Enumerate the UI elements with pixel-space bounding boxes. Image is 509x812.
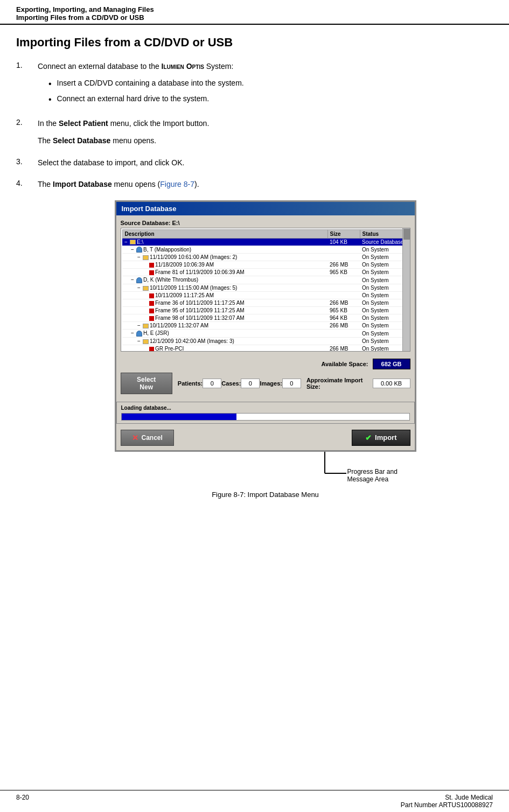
red-box-icon: [149, 301, 154, 306]
tree-row[interactable]: 10/11/2009 11:17:25 AMOn System: [122, 292, 408, 299]
tree-expand-icon[interactable]: −: [137, 338, 143, 344]
tree-cell-desc: Frame 36 of 10/11/2009 11:17:25 AM: [122, 299, 327, 307]
tree-cell-status: On System: [360, 284, 408, 292]
red-box-icon: [149, 263, 154, 268]
step-2-sub: The Select Database menu opens.: [38, 135, 493, 146]
progress-section: Loading database...: [116, 402, 415, 424]
tree-expand-icon[interactable]: −: [137, 285, 143, 291]
select-database-bold: Select Database: [53, 136, 110, 145]
tree-row[interactable]: Frame 36 of 10/11/2009 11:17:25 AM266 MB…: [122, 299, 408, 307]
scrollbar-track[interactable]: [402, 228, 410, 351]
tree-cell-desc: −H, E (JSR): [122, 330, 327, 338]
tree-row[interactable]: −10/11/2009 11:15:00 AM (Images: 5)On Sy…: [122, 284, 408, 292]
step-content-2: In the Select Patient menu, click the Im…: [38, 117, 493, 147]
tree-row[interactable]: −B, T (Malapposition)On System: [122, 246, 408, 254]
tree-cell-size: [327, 246, 360, 254]
tree-row[interactable]: 11/18/2009 10:06:39 AM266 MBOn System: [122, 261, 408, 269]
figure-caption: Figure 8-7: Import Database Menu: [212, 491, 319, 499]
cases-value: 0: [241, 379, 260, 388]
tree-expand-icon[interactable]: −: [131, 247, 136, 253]
tree-cell-desc: Frame 95 of 10/11/2009 11:17:25 AM: [122, 307, 327, 314]
tree-cell-desc: 11/18/2009 10:06:39 AM: [122, 261, 327, 269]
import-button[interactable]: ✔ Import: [352, 430, 410, 446]
folder-icon: [143, 255, 149, 260]
check-icon: ✔: [365, 433, 372, 442]
figure-container: Import Database Source Database: E:\ Des…: [38, 200, 493, 499]
import-database-bold: Import Database: [53, 180, 112, 188]
step-list: 1. Connect an external database to the I…: [16, 60, 493, 191]
import-dialog: Import Database Source Database: E:\ Des…: [115, 200, 416, 452]
footer-right: St. Jude Medical Part Number ARTUS100088…: [401, 794, 493, 809]
tree-row[interactable]: −D, K (White Thrombus)On System: [122, 276, 408, 284]
step-num-4: 4.: [16, 178, 38, 187]
brand-name: Ilumien Optis: [162, 62, 204, 71]
col-status: Status: [360, 229, 408, 238]
tree-row[interactable]: −11/11/2009 10:61:00 AM (Images: 2)On Sy…: [122, 254, 408, 261]
person-icon: [136, 331, 142, 337]
tree-row[interactable]: Frame 95 of 10/11/2009 11:17:25 AM965 KB…: [122, 307, 408, 314]
red-box-icon: [149, 316, 154, 321]
tree-expand-icon[interactable]: −: [137, 323, 143, 328]
tree-expand-icon[interactable]: −: [131, 277, 136, 283]
approx-label: Approximate Import Size:: [306, 377, 373, 390]
tree-expand-icon[interactable]: −: [131, 330, 136, 336]
bullet-item-1: Insert a CD/DVD containing a database in…: [48, 76, 493, 92]
step-num-3: 3.: [16, 157, 38, 166]
tree-cell-status: On System: [360, 299, 408, 307]
approx-value: 0.00 KB: [373, 379, 410, 388]
tree-row[interactable]: Frame 98 of 10/11/2009 11:32:07 AM964 KB…: [122, 314, 408, 322]
tree-cell-status: On System: [360, 276, 408, 284]
x-icon: ✕: [132, 433, 138, 442]
step-content-1: Connect an external database to the Ilum…: [38, 60, 493, 108]
tree-cell-status: On System: [360, 292, 408, 299]
figure-link[interactable]: Figure 8-7: [160, 180, 194, 188]
db-tree-table: Description Size Status −E:\104 KBSource…: [122, 229, 409, 352]
tree-row[interactable]: −12/1/2009 10:42:00 AM (Images: 3)On Sys…: [122, 338, 408, 345]
step-num-1: 1.: [16, 60, 38, 69]
folder-icon: [143, 286, 149, 291]
step-2-text: In the Select Patient menu, click the Im…: [38, 117, 493, 129]
patients-value: 0: [203, 379, 221, 388]
patients-label: Patients:: [178, 380, 203, 387]
tree-row[interactable]: Frame 81 of 11/19/2009 10:06:39 AM965 KB…: [122, 269, 408, 276]
images-value: 0: [282, 379, 301, 388]
tree-cell-size: 965 KB: [327, 269, 360, 276]
red-box-icon: [149, 347, 154, 352]
page-title: Importing Files from a CD/DVD or USB: [16, 36, 493, 50]
tree-row[interactable]: −10/11/2009 11:32:07 AM266 MBOn System: [122, 322, 408, 330]
footer-page-num: 8-20: [16, 794, 29, 809]
tree-cell-size: [327, 284, 360, 292]
tree-expand-icon[interactable]: −: [124, 239, 130, 245]
breadcrumb-line2: Importing Files from a CD/DVD or USB: [16, 13, 493, 22]
select-patient-bold: Select Patient: [59, 119, 108, 128]
step-4-text: The Import Database menu opens (Figure 8…: [38, 178, 493, 190]
select-new-button[interactable]: Select New: [121, 373, 172, 394]
callout-area: Progress Bar and Message Area: [115, 452, 416, 484]
progress-bar-inner: [122, 414, 237, 420]
tree-cell-desc: −E:\: [122, 238, 327, 246]
footer-part-num: Part Number ARTUS100088927: [401, 801, 493, 809]
select-new-row: Select New Patients: 0 Cases: 0 Images: …: [121, 373, 410, 394]
progress-bar-outer: [121, 413, 410, 421]
db-tree-area[interactable]: Description Size Status −E:\104 KBSource…: [121, 228, 410, 352]
tree-cell-size: 266 MB: [327, 322, 360, 330]
tree-cell-status: On System: [360, 330, 408, 338]
tree-cell-desc: GR Pre-PCI: [122, 345, 327, 352]
tree-cell-size: [327, 330, 360, 338]
tree-row[interactable]: −H, E (JSR)On System: [122, 330, 408, 338]
folder-icon: [143, 324, 149, 328]
scrollbar-thumb[interactable]: [403, 229, 410, 240]
tree-cell-desc: −B, T (Malapposition): [122, 246, 327, 254]
tree-expand-icon[interactable]: −: [137, 254, 143, 260]
red-box-icon: [149, 293, 154, 298]
cancel-label: Cancel: [142, 434, 163, 442]
tree-row[interactable]: GR Pre-PCI266 MBOn System: [122, 345, 408, 352]
avail-space-row: Available Space: 682 GB: [121, 359, 410, 369]
cancel-button[interactable]: ✕ Cancel: [121, 430, 174, 446]
person-icon: [136, 247, 142, 253]
import-label: Import: [375, 433, 396, 442]
tree-row[interactable]: −E:\104 KBSource Database: [122, 238, 408, 246]
tree-cell-size: 965 KB: [327, 307, 360, 314]
tree-cell-status: On System: [360, 314, 408, 322]
tree-cell-size: 266 MB: [327, 299, 360, 307]
